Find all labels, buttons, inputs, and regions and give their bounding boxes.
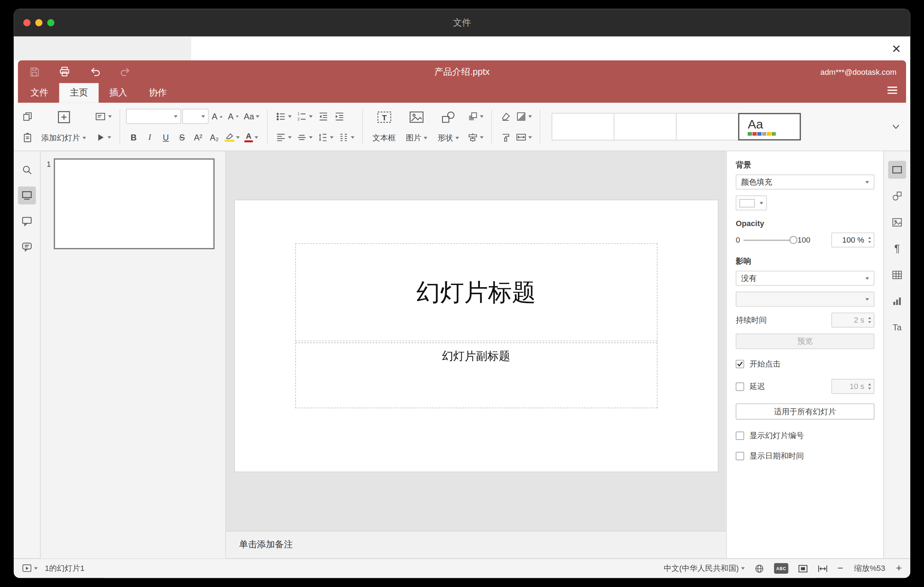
delay-label: 延迟	[749, 381, 765, 392]
horizontal-align-button[interactable]	[274, 129, 294, 145]
zoom-out-button[interactable]: −	[837, 564, 843, 573]
shape-settings-button[interactable]	[888, 187, 906, 205]
start-slideshow-button[interactable]	[93, 129, 114, 145]
fullscreen-traffic-button[interactable]	[47, 19, 54, 26]
search-button[interactable]	[18, 161, 36, 179]
delay-checkbox[interactable]	[736, 383, 744, 391]
language-selector[interactable]: 中文(中华人民共和国)	[664, 563, 745, 574]
line-spacing-button[interactable]	[315, 129, 335, 145]
transition-effect-select[interactable]: 没有	[736, 271, 874, 286]
paragraph-settings-button[interactable]: ¶	[888, 240, 906, 258]
insert-shape-button[interactable]: 形状	[434, 108, 463, 145]
spellcheck-button[interactable]: ABC	[774, 563, 789, 574]
vertical-align-button[interactable]	[295, 129, 315, 145]
undo-icon	[89, 66, 101, 77]
language-caret-icon	[741, 567, 744, 570]
delay-spinner[interactable]: 10 s	[831, 379, 874, 394]
image-settings-button[interactable]	[888, 213, 906, 231]
copy-button[interactable]	[20, 108, 35, 124]
align-shape-button[interactable]	[465, 129, 485, 145]
numbering-button[interactable]: 12	[295, 108, 315, 124]
opacity-spinner-arrows[interactable]	[868, 233, 871, 247]
underline-button[interactable]: U	[158, 129, 173, 145]
opacity-slider[interactable]	[744, 239, 794, 241]
bullets-button[interactable]	[274, 108, 294, 124]
save-button[interactable]	[27, 65, 40, 78]
paste-button[interactable]	[20, 129, 35, 145]
italic-button[interactable]: I	[142, 129, 157, 145]
slide-title-placeholder[interactable]: 幻灯片标题	[295, 243, 657, 341]
shape-fill-button[interactable]	[514, 108, 534, 124]
slides-panel-button[interactable]	[18, 186, 36, 204]
close-traffic-button[interactable]	[23, 19, 30, 26]
slide-settings-button[interactable]	[888, 161, 906, 179]
apply-to-all-slides-button[interactable]: 适用于所有幻灯片	[736, 403, 874, 420]
increase-font-button[interactable]: A	[210, 108, 225, 124]
decrease-font-button[interactable]: A	[226, 108, 241, 124]
comments-button[interactable]	[18, 212, 36, 230]
undo-button[interactable]	[89, 65, 101, 78]
zoom-in-button[interactable]: +	[896, 564, 902, 573]
subscript-button[interactable]: A₂	[207, 129, 222, 145]
document-language-button[interactable]	[754, 564, 765, 574]
highlight-color-button[interactable]	[223, 129, 241, 145]
table-settings-button[interactable]	[888, 266, 906, 284]
theme-option-2[interactable]	[614, 113, 677, 140]
tab-file[interactable]: 文件	[20, 83, 59, 103]
theme-option-selected[interactable]: Aa	[738, 113, 801, 140]
tab-insert[interactable]: 插入	[99, 83, 138, 103]
start-slideshow-status-button[interactable]	[22, 564, 38, 573]
slide-canvas[interactable]: 幻灯片标题 幻灯片副标题	[226, 151, 726, 531]
decrease-indent-button[interactable]	[315, 108, 331, 124]
slide-subtitle-placeholder[interactable]: 幻灯片副标题	[295, 343, 657, 408]
background-color-picker[interactable]	[736, 196, 767, 211]
duration-spinner[interactable]: 2 s	[831, 312, 874, 328]
fit-slide-button[interactable]	[798, 564, 808, 574]
effect-type-select[interactable]	[736, 292, 874, 307]
delay-spinner-arrows[interactable]	[868, 379, 871, 393]
background-fill-select[interactable]: 颜色填充	[736, 175, 874, 190]
superscript-button[interactable]: A²	[191, 129, 206, 145]
close-preview-button[interactable]: ×	[892, 38, 901, 59]
font-name-combo[interactable]	[126, 109, 181, 124]
arrange-group	[465, 108, 485, 145]
opacity-spinner[interactable]: 100 %	[831, 232, 874, 247]
chart-settings-button[interactable]	[888, 292, 906, 310]
increase-indent-button[interactable]	[332, 108, 347, 124]
textart-settings-button[interactable]: Ta	[888, 318, 906, 336]
show-date-time-checkbox[interactable]	[736, 452, 744, 460]
fit-width-button[interactable]	[818, 564, 828, 574]
redo-button[interactable]	[119, 65, 132, 78]
slide-size-button[interactable]	[514, 129, 534, 145]
columns-button[interactable]	[337, 129, 356, 145]
opacity-slider-handle[interactable]	[790, 236, 797, 244]
insert-textbox-button[interactable]: T 文本框	[369, 108, 399, 145]
preview-button[interactable]: 预览	[736, 333, 874, 349]
theme-option-3[interactable]	[676, 113, 739, 140]
duration-spinner-arrows[interactable]	[868, 313, 871, 327]
view-settings-button[interactable]	[887, 86, 898, 97]
change-case-button[interactable]: Aa	[242, 108, 261, 124]
chat-button[interactable]	[18, 238, 36, 256]
font-size-combo[interactable]	[182, 109, 208, 124]
start-on-click-checkbox[interactable]	[736, 360, 744, 368]
notes-area[interactable]: 单击添加备注	[226, 531, 726, 558]
slide-1[interactable]: 幻灯片标题 幻灯片副标题	[234, 200, 718, 472]
copy-style-button[interactable]	[498, 129, 513, 145]
bold-button[interactable]: B	[126, 129, 141, 145]
theme-option-1[interactable]	[552, 113, 615, 140]
strikethrough-button[interactable]: S	[175, 129, 190, 145]
print-button[interactable]	[58, 65, 71, 78]
tab-collaboration[interactable]: 协作	[138, 83, 177, 103]
theme-gallery-expand-button[interactable]	[888, 115, 904, 139]
tab-home[interactable]: 主页	[59, 83, 99, 103]
minimize-traffic-button[interactable]	[35, 19, 42, 26]
font-color-button[interactable]: A	[243, 129, 260, 145]
change-layout-button[interactable]	[93, 108, 114, 124]
arrange-shape-button[interactable]	[465, 108, 485, 124]
clear-style-button[interactable]	[498, 108, 513, 124]
slide-thumbnail-1[interactable]	[54, 158, 214, 249]
add-slide-button[interactable]: 添加幻灯片	[38, 108, 89, 145]
show-slide-number-checkbox[interactable]	[736, 432, 744, 440]
insert-image-button[interactable]: 图片	[402, 108, 431, 145]
